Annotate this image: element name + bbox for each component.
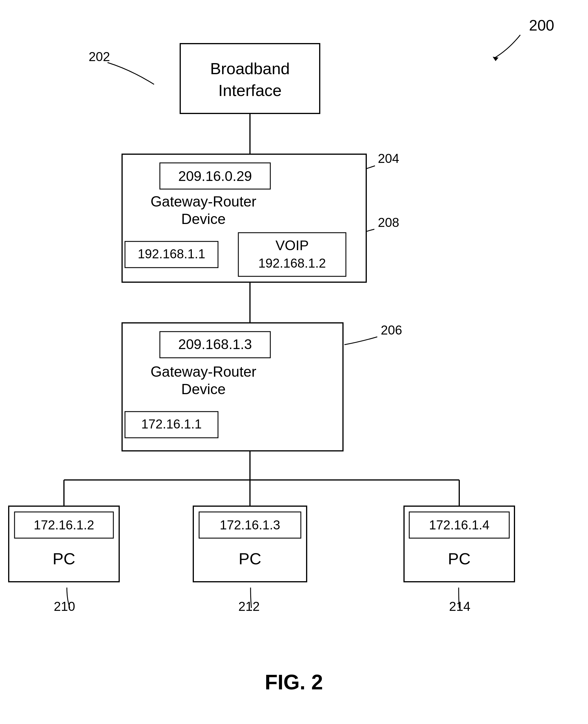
- pc3-ip: 172.16.1.4: [429, 518, 489, 532]
- pc1-label: PC: [52, 549, 75, 568]
- gateway-router-1-ip-top: 209.16.0.29: [178, 168, 252, 184]
- fig-title: FIG. 2: [265, 670, 323, 694]
- gateway-router-1-label-2: Device: [181, 211, 226, 227]
- ref-204: 204: [378, 151, 399, 165]
- svg-marker-0: [493, 57, 499, 61]
- gateway-router-2-ip-top: 209.168.1.3: [178, 337, 252, 352]
- voip-ip: 192.168.1.2: [258, 256, 326, 270]
- broadband-interface-box: [180, 44, 320, 114]
- gateway-router-1-label-1: Gateway-Router: [151, 194, 256, 210]
- ref-208: 208: [378, 215, 399, 229]
- ref-212: 212: [238, 599, 259, 614]
- voip-label: VOIP: [276, 238, 309, 253]
- broadband-label-2: Interface: [218, 81, 282, 99]
- pc2-label: PC: [239, 549, 261, 568]
- figure-ref-200: 200: [529, 17, 554, 34]
- ref-214: 214: [449, 599, 470, 614]
- pc3-label: PC: [448, 549, 470, 568]
- diagram-container: 200 202 Broadband Interface 204 208 209.…: [0, 0, 588, 724]
- ref-210: 210: [54, 599, 75, 614]
- gateway-router-2-label-2: Device: [181, 381, 226, 397]
- gateway-router-2-label-1: Gateway-Router: [151, 364, 256, 380]
- broadband-label-1: Broadband: [210, 59, 290, 78]
- gateway-router-1-ip-bottom: 192.168.1.1: [138, 247, 205, 261]
- pc1-ip: 172.16.1.2: [34, 518, 94, 532]
- ref-202: 202: [89, 49, 110, 64]
- ref-206: 206: [381, 323, 402, 337]
- pc2-ip: 172.16.1.3: [220, 518, 280, 532]
- gateway-router-2-ip-bottom: 172.16.1.1: [141, 417, 202, 431]
